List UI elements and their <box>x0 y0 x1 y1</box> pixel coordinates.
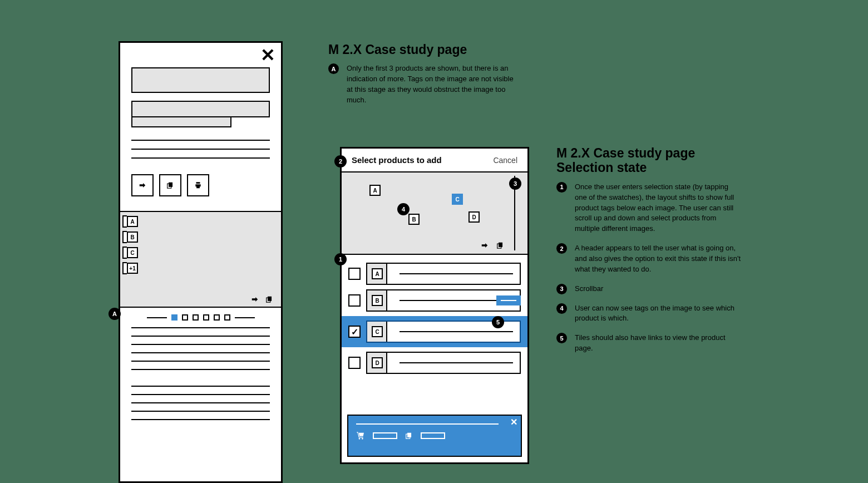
text-line <box>131 411 270 412</box>
svg-rect-2 <box>268 297 272 301</box>
svg-rect-4 <box>499 243 502 247</box>
note-text: Only the first 3 products are shown, but… <box>347 63 514 105</box>
note-text: Scrollbar <box>575 284 603 294</box>
text-line <box>131 402 270 403</box>
checkbox-checked[interactable] <box>348 326 361 338</box>
image-tag-c-selected[interactable]: C <box>452 194 463 205</box>
note-5: 5 Tiles should also have links to view t… <box>556 333 742 354</box>
product-tag-a[interactable]: A <box>127 216 138 227</box>
note-text: Once the user enters selection state (by… <box>575 182 742 234</box>
product-tag-c[interactable]: C <box>127 247 138 258</box>
tray-close-icon[interactable]: ✕ <box>510 417 517 427</box>
text-line <box>131 394 270 395</box>
copy-icon[interactable] <box>496 241 504 249</box>
cart-icon[interactable] <box>356 431 365 440</box>
pagination-dots[interactable] <box>120 314 281 321</box>
selection-image-area: A B C D <box>342 172 527 255</box>
annotation-badge-a: A <box>108 308 121 320</box>
note-badge: 3 <box>556 284 567 294</box>
text-line <box>131 157 270 159</box>
checkbox[interactable] <box>348 357 361 369</box>
text-line <box>131 336 270 337</box>
product-row-a[interactable]: A <box>348 263 521 285</box>
image-tag-b[interactable]: B <box>408 214 420 225</box>
text-line <box>131 386 270 387</box>
subhero-block <box>131 101 270 127</box>
share-icon <box>139 181 146 189</box>
image-tag-a[interactable]: A <box>369 185 381 196</box>
gallery-image <box>120 211 281 308</box>
annotations-column-1: M 2.X Case study page A Only the first 3… <box>328 42 514 115</box>
row-letter: A <box>372 268 383 279</box>
share-icon[interactable] <box>481 241 489 249</box>
image-tag-d[interactable]: D <box>468 211 480 223</box>
tray-swatch[interactable] <box>421 432 445 439</box>
note-badge: 5 <box>556 333 567 343</box>
annotation-badge-1: 1 <box>334 253 347 265</box>
product-row-d[interactable]: D <box>348 352 521 374</box>
row-letter: C <box>372 326 383 337</box>
annotation-badge-5: 5 <box>492 316 504 328</box>
share-button[interactable] <box>131 174 154 196</box>
tray-swatch[interactable] <box>373 432 397 439</box>
text-line <box>131 369 270 370</box>
col1-heading: M 2.X Case study page <box>328 42 514 57</box>
text-line <box>131 149 270 150</box>
selection-tray: ✕ <box>347 415 522 457</box>
print-icon <box>194 181 202 189</box>
checkbox[interactable] <box>348 294 361 307</box>
selection-header: Select products to add Cancel <box>342 149 527 172</box>
note-2: 2 A header appears to tell the user what… <box>556 243 742 275</box>
tray-title-line <box>356 423 499 425</box>
selection-header-title: Select products to add <box>352 155 442 165</box>
action-button-row <box>131 174 270 196</box>
wireframe-selection-state: Select products to add Cancel A B C D A <box>340 147 529 464</box>
svg-point-6 <box>359 438 361 440</box>
note-badge: A <box>328 63 339 74</box>
product-tag-more[interactable]: +1 <box>127 263 138 274</box>
copy-button[interactable] <box>159 174 181 196</box>
svg-point-7 <box>362 438 363 440</box>
svg-rect-0 <box>169 183 172 187</box>
copy-icon[interactable] <box>265 295 273 303</box>
note-badge: 1 <box>556 182 567 193</box>
text-line <box>131 327 270 328</box>
text-line <box>131 140 270 141</box>
row-letter: B <box>372 295 383 306</box>
close-icon[interactable]: ✕ <box>260 46 275 64</box>
note-3: 3 Scrollbar <box>556 284 742 294</box>
print-button[interactable] <box>187 174 209 196</box>
annotation-badge-3: 3 <box>509 178 521 190</box>
share-icon[interactable] <box>251 295 259 303</box>
copy-icon[interactable] <box>405 432 413 440</box>
text-line <box>131 361 270 362</box>
annotations-column-2: M 2.X Case study page Selection state 1 … <box>556 146 742 363</box>
text-line <box>131 419 270 420</box>
product-tag-b[interactable]: B <box>127 231 138 243</box>
note-text: A header appears to tell the user what i… <box>575 243 742 275</box>
note-1: 1 Once the user enters selection state (… <box>556 182 742 234</box>
cancel-button[interactable]: Cancel <box>493 156 517 165</box>
note-a: A Only the first 3 products are shown, b… <box>328 63 514 105</box>
hero-image-placeholder <box>131 67 270 93</box>
text-line <box>131 352 270 353</box>
annotation-badge-4: 4 <box>397 203 410 215</box>
note-badge: 4 <box>556 303 567 314</box>
wireframe-case-study-page: ✕ A B <box>119 41 283 483</box>
text-line <box>131 344 270 345</box>
row-link-pill[interactable] <box>496 295 521 305</box>
product-row-b[interactable]: B <box>348 289 521 312</box>
svg-rect-8 <box>407 433 411 437</box>
note-text: User can now see tags on the image to se… <box>575 303 742 324</box>
checkbox[interactable] <box>348 268 361 280</box>
note-text: Tiles should also have links to view the… <box>575 333 742 354</box>
col2-heading: M 2.X Case study page Selection state <box>556 146 742 175</box>
annotation-badge-2: 2 <box>334 155 347 167</box>
copy-icon <box>166 181 174 189</box>
note-badge: 2 <box>556 243 567 254</box>
row-letter: D <box>372 357 383 368</box>
note-4: 4 User can now see tags on the image to … <box>556 303 742 324</box>
